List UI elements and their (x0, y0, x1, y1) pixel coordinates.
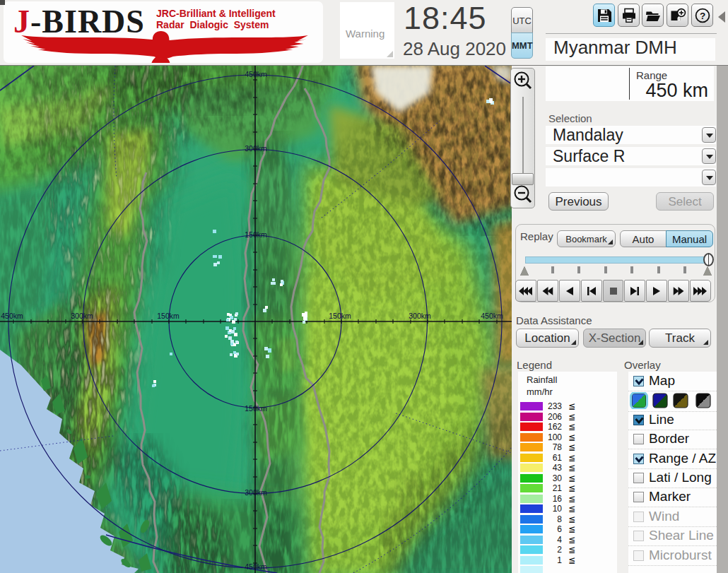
svg-text:450km: 450km (1, 312, 23, 320)
svg-text:150km: 150km (157, 312, 180, 320)
svg-text:300km: 300km (71, 312, 93, 320)
svg-text:300km: 300km (409, 312, 431, 320)
svg-text:?: ? (700, 11, 705, 21)
svg-text:300km: 300km (245, 144, 267, 153)
svg-text:150km: 150km (245, 230, 267, 239)
svg-text:450km: 450km (245, 70, 267, 78)
svg-text:300km: 300km (245, 488, 267, 497)
svg-text:450km: 450km (245, 562, 267, 571)
svg-text:150km: 150km (329, 312, 351, 320)
svg-text:150km: 150km (245, 404, 267, 413)
svg-text:450km: 450km (481, 312, 503, 320)
